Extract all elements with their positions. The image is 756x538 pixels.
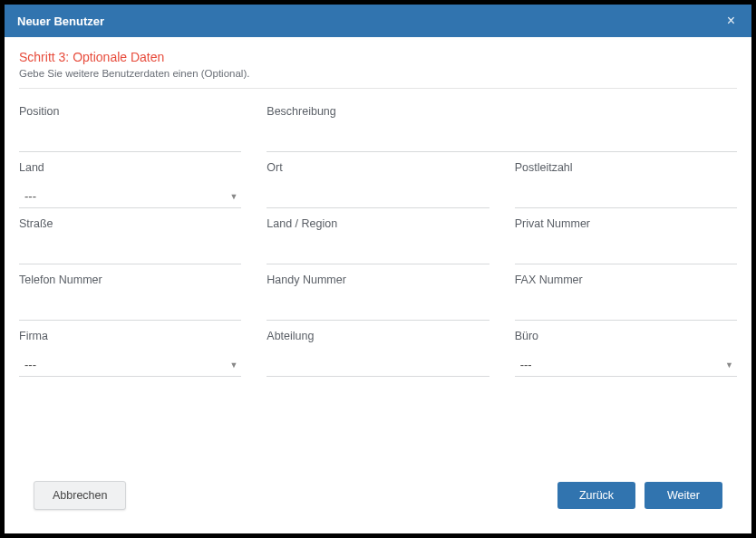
close-icon[interactable]: × [723, 13, 739, 29]
field-mobile-number: Handy Nummer [267, 264, 489, 321]
form-grid: Position Beschreibung Land --- ▼ Ort [19, 96, 737, 377]
select-company[interactable]: --- ▼ [19, 357, 241, 377]
field-country: Land --- ▼ [19, 152, 241, 208]
field-street: Straße [19, 208, 241, 264]
input-department[interactable] [267, 357, 489, 377]
field-city: Ort [267, 152, 489, 208]
select-country[interactable]: --- ▼ [19, 188, 241, 208]
field-state-region: Land / Region [267, 208, 489, 264]
label-department: Abteilung [267, 330, 489, 342]
select-office[interactable]: --- ▼ [515, 357, 737, 377]
label-phone-number: Telefon Nummer [19, 274, 241, 286]
label-postal-code: Postleitzahl [515, 161, 737, 174]
label-fax-number: FAX Nummer [515, 274, 737, 286]
back-button[interactable]: Zurück [557, 482, 635, 509]
modal-body: Schritt 3: Optionale Daten Gebe Sie weit… [5, 37, 751, 533]
input-fax-number[interactable] [515, 301, 737, 321]
modal-footer: Abbrechen Zurück Weiter [19, 476, 737, 524]
input-street[interactable] [19, 245, 241, 264]
label-office: Büro [515, 330, 737, 342]
field-private-number: Privat Nummer [515, 208, 737, 264]
select-company-value: --- [24, 358, 36, 371]
next-button[interactable]: Weiter [645, 482, 722, 509]
label-description: Beschreibung [267, 105, 737, 118]
label-country: Land [19, 161, 241, 174]
input-mobile-number[interactable] [267, 301, 489, 321]
input-state-region[interactable] [267, 245, 489, 264]
step-title: Schritt 3: Optionale Daten [19, 50, 737, 64]
select-office-value: --- [520, 358, 532, 371]
field-fax-number: FAX Nummer [515, 264, 737, 321]
step-subtitle: Gebe Sie weitere Benutzerdaten einen (Op… [19, 68, 737, 79]
input-private-number[interactable] [515, 245, 737, 264]
chevron-down-icon: ▼ [229, 192, 237, 201]
label-company: Firma [19, 330, 241, 342]
modal-title: Neuer Benutzer [17, 14, 104, 28]
label-street: Straße [19, 217, 241, 230]
chevron-down-icon: ▼ [229, 360, 237, 370]
chevron-down-icon: ▼ [725, 360, 733, 370]
label-city: Ort [267, 161, 489, 174]
field-office: Büro --- ▼ [515, 321, 737, 377]
input-description[interactable] [267, 132, 737, 152]
field-description: Beschreibung [267, 96, 737, 152]
cancel-button[interactable]: Abbrechen [34, 481, 126, 510]
modal-header: Neuer Benutzer × [5, 5, 751, 37]
modal-new-user: Neuer Benutzer × Schritt 3: Optionale Da… [5, 5, 751, 533]
label-position: Position [19, 105, 241, 118]
field-phone-number: Telefon Nummer [19, 264, 241, 321]
field-department: Abteilung [267, 321, 489, 377]
field-position: Position [19, 96, 241, 152]
input-postal-code[interactable] [515, 188, 737, 208]
field-company: Firma --- ▼ [19, 321, 241, 377]
label-state-region: Land / Region [267, 217, 489, 230]
input-city[interactable] [267, 188, 489, 208]
input-position[interactable] [19, 132, 241, 152]
divider [19, 88, 737, 89]
select-country-value: --- [24, 189, 36, 203]
label-private-number: Privat Nummer [515, 217, 737, 230]
field-postal-code: Postleitzahl [515, 152, 737, 208]
input-phone-number[interactable] [19, 301, 241, 321]
label-mobile-number: Handy Nummer [267, 274, 489, 286]
